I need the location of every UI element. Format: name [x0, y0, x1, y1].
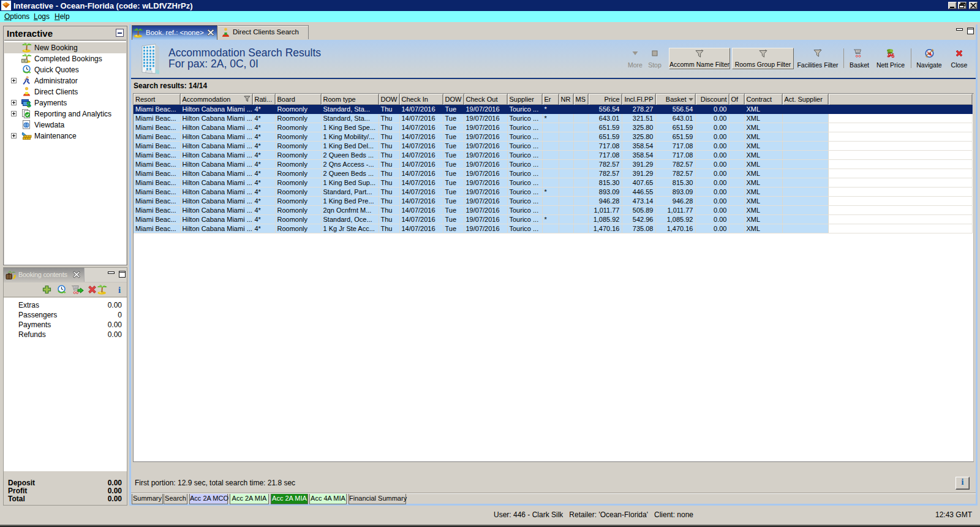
svg-text:$: $: [27, 100, 32, 108]
svg-text:i: i: [118, 285, 121, 295]
